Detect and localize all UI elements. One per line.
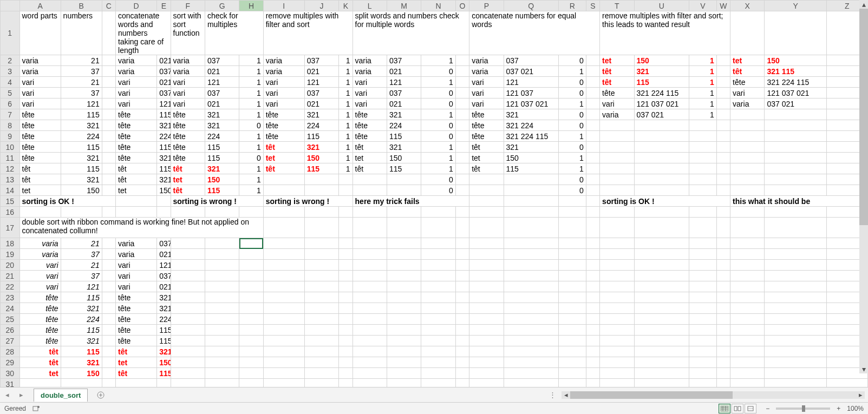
cell[interactable]: 150 <box>205 174 239 185</box>
cell[interactable] <box>634 303 689 314</box>
cell[interactable] <box>263 281 304 292</box>
cell[interactable]: 021 <box>205 66 239 77</box>
cell[interactable] <box>455 163 469 174</box>
cell[interactable] <box>730 120 765 131</box>
cell[interactable] <box>730 271 765 281</box>
cell[interactable] <box>716 120 730 131</box>
cell[interactable] <box>157 379 171 387</box>
cell[interactable]: 1 <box>239 174 263 185</box>
cell[interactable]: 37 <box>61 249 102 260</box>
cell[interactable] <box>469 271 504 281</box>
cell[interactable] <box>586 120 599 131</box>
cell[interactable] <box>716 314 730 325</box>
cell[interactable] <box>157 207 171 218</box>
cell[interactable]: 321 <box>387 142 421 153</box>
cell[interactable] <box>765 271 826 281</box>
zoom-slider[interactable] <box>776 408 830 410</box>
cell[interactable] <box>600 207 634 218</box>
cell[interactable] <box>765 185 826 196</box>
cell[interactable] <box>469 379 504 387</box>
cell[interactable]: tet <box>116 357 157 368</box>
cell[interactable]: 321 <box>157 303 171 314</box>
cell[interactable]: numbers <box>61 11 102 55</box>
cell[interactable]: 321 <box>304 109 338 120</box>
view-normal-button[interactable] <box>719 404 730 413</box>
cell[interactable] <box>730 153 765 163</box>
cell[interactable]: vari <box>353 98 387 109</box>
cell[interactable] <box>765 131 826 142</box>
cell[interactable] <box>353 207 387 218</box>
cell[interactable] <box>730 249 765 260</box>
cell[interactable]: tête <box>116 336 157 346</box>
cell[interactable] <box>559 238 586 249</box>
cell[interactable] <box>559 379 586 387</box>
cell[interactable] <box>421 336 455 346</box>
cell[interactable]: 321 <box>634 66 689 77</box>
cell[interactable]: tête <box>116 120 157 131</box>
cell[interactable]: têt <box>469 142 504 153</box>
column-header-D[interactable]: D <box>116 1 157 11</box>
tab-nav-next[interactable]: ▸ <box>16 390 26 400</box>
cell[interactable]: varia <box>19 55 61 66</box>
cell[interactable] <box>716 66 730 77</box>
cell[interactable] <box>730 281 765 292</box>
cell[interactable] <box>469 303 504 314</box>
cell[interactable] <box>387 207 421 218</box>
cell[interactable] <box>421 238 455 249</box>
cell[interactable] <box>421 303 455 314</box>
cell[interactable] <box>469 185 504 196</box>
cell[interactable]: 21 <box>61 77 102 88</box>
cell[interactable] <box>765 292 826 303</box>
cell[interactable] <box>455 357 469 368</box>
cell[interactable]: 1 <box>339 131 353 142</box>
cell[interactable] <box>339 303 353 314</box>
cell[interactable]: vari <box>19 271 61 281</box>
cell[interactable] <box>504 379 558 387</box>
cell[interactable]: 115 <box>61 346 102 357</box>
cell[interactable]: vari <box>600 98 634 109</box>
cell[interactable] <box>586 185 599 196</box>
cell[interactable]: 1 <box>339 55 353 66</box>
cell[interactable] <box>304 303 338 314</box>
cell[interactable]: têt <box>600 66 634 77</box>
cell[interactable] <box>339 260 353 271</box>
cell[interactable]: varia <box>353 55 387 66</box>
cell[interactable] <box>716 163 730 174</box>
cell[interactable]: 121 <box>61 98 102 109</box>
cell[interactable]: 0 <box>421 88 455 98</box>
cell[interactable] <box>205 207 239 218</box>
cell[interactable] <box>559 218 586 238</box>
cell[interactable] <box>559 271 586 281</box>
cell[interactable]: vari <box>353 77 387 88</box>
cell[interactable] <box>469 281 504 292</box>
cell[interactable] <box>387 368 421 379</box>
cell[interactable] <box>263 379 304 387</box>
cell[interactable] <box>716 357 730 368</box>
cell[interactable]: 1 <box>421 55 455 66</box>
scroll-down-arrow[interactable]: ▾ <box>859 365 868 373</box>
cell[interactable] <box>730 163 765 174</box>
cell[interactable] <box>205 325 239 336</box>
cell[interactable] <box>102 346 115 357</box>
cell[interactable]: tête <box>263 120 304 131</box>
cell[interactable]: 115 <box>157 336 171 346</box>
cell[interactable]: tet <box>600 55 634 66</box>
cell[interactable]: 121 037 021 <box>765 88 826 98</box>
cell[interactable]: 121 <box>504 77 558 88</box>
cell[interactable]: têt <box>116 346 157 357</box>
cell[interactable]: vari <box>469 88 504 98</box>
cell[interactable]: tête <box>171 142 205 153</box>
cell[interactable] <box>304 281 338 292</box>
cell[interactable] <box>469 238 504 249</box>
cell[interactable] <box>239 368 263 379</box>
cell[interactable]: 1 <box>239 55 263 66</box>
cell[interactable] <box>239 379 263 387</box>
column-header-K[interactable]: K <box>339 1 353 11</box>
cell[interactable] <box>716 336 730 346</box>
row-header-12[interactable]: 12 <box>1 163 20 174</box>
cell[interactable]: 150 <box>304 153 338 163</box>
cell[interactable] <box>634 207 689 218</box>
cell[interactable] <box>102 120 115 131</box>
cell[interactable] <box>421 249 455 260</box>
column-header-A[interactable]: A <box>19 1 61 11</box>
